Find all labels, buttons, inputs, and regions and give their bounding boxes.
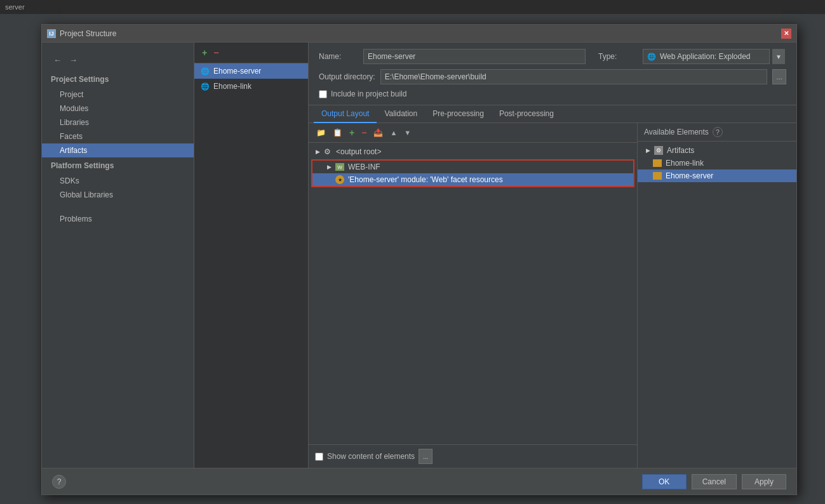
dialog-title-icon: IJ xyxy=(47,29,56,38)
artifact-ehome-server-icon: 🌐 xyxy=(201,67,210,76)
show-content-row: Show content of elements ... xyxy=(309,444,637,468)
sidebar-item-libraries[interactable]: Libraries xyxy=(42,116,194,129)
red-outline-selection: ▶ W WEB-INF ★ 'Ehome-server' module: 'We… xyxy=(311,159,634,187)
avail-ehome-server-label: Ehome-server xyxy=(666,171,713,180)
sidebar-item-global-libraries[interactable]: Global Libraries xyxy=(42,188,194,202)
artifact-list-item-ehome-link[interactable]: 🌐 Ehome-link xyxy=(194,79,308,94)
artifact-ehome-server-label: Ehome-server xyxy=(213,67,261,76)
sidebar-item-libraries-label: Libraries xyxy=(60,118,89,127)
avail-artifacts-label: Artifacts xyxy=(667,146,694,155)
dialog-footer: ? OK Cancel Apply xyxy=(42,468,796,494)
name-type-row: Name: Type: 🌐 Web Application: Exploded … xyxy=(319,49,786,64)
sidebar-item-sdks-label: SDKs xyxy=(60,176,79,185)
layout-properties-btn[interactable]: 📋 xyxy=(330,127,345,138)
layout-extract-btn[interactable]: 📤 xyxy=(371,127,386,138)
tab-post-processing[interactable]: Post-processing xyxy=(492,105,561,123)
ok-button[interactable]: OK xyxy=(642,474,687,489)
name-label: Name: xyxy=(319,52,351,61)
layout-remove-btn[interactable]: − xyxy=(359,126,369,139)
tree-resource-label: 'Ehome-server' module: 'Web' facet resou… xyxy=(348,175,503,184)
artifact-list-toolbar: + − xyxy=(194,43,308,63)
tab-output-layout[interactable]: Output Layout xyxy=(314,105,377,123)
show-content-checkbox[interactable] xyxy=(315,453,323,461)
include-in-build-checkbox[interactable] xyxy=(319,90,327,98)
ehome-link-folder-icon xyxy=(653,159,662,167)
tree-resource-item[interactable]: ★ 'Ehome-server' module: 'Web' facet res… xyxy=(312,173,633,186)
output-dir-label: Output directory: xyxy=(319,72,375,81)
dialog-body: ← → Project Settings Project Modules Lib… xyxy=(42,43,796,468)
layout-new-dir-btn[interactable]: 📁 xyxy=(314,127,328,138)
sidebar-back-btn[interactable]: ← xyxy=(51,54,64,66)
artifact-list-item-ehome-server[interactable]: 🌐 Ehome-server xyxy=(194,63,308,79)
avail-item-ehome-server[interactable]: Ehome-server xyxy=(638,169,796,182)
tree-output-root[interactable]: ▶ ⚙ <output root> xyxy=(309,145,637,158)
layout-down-btn[interactable]: ▼ xyxy=(401,128,413,138)
output-dir-input[interactable] xyxy=(380,69,767,84)
help-button[interactable]: ? xyxy=(52,475,66,489)
avail-item-ehome-link[interactable]: Ehome-link xyxy=(638,157,796,169)
sidebar-item-facets[interactable]: Facets xyxy=(42,129,194,143)
artifact-ehome-link-icon: 🌐 xyxy=(201,82,210,91)
available-elements-header: Available Elements ? xyxy=(638,123,796,142)
sidebar-item-project-label: Project xyxy=(60,90,83,99)
avail-ehome-link-label: Ehome-link xyxy=(666,159,704,168)
artifact-remove-btn[interactable]: − xyxy=(211,46,221,59)
artifact-list-panel: + − 🌐 Ehome-server 🌐 Ehome-link xyxy=(194,43,309,468)
available-elements-title: Available Elements xyxy=(644,128,709,136)
artifacts-expander-icon: ▶ xyxy=(644,147,652,154)
sidebar-item-artifacts[interactable]: Artifacts xyxy=(42,143,194,157)
sidebar-item-artifacts-label: Artifacts xyxy=(60,146,87,155)
available-elements-tree: ▶ ⚙ Artifacts Ehome-link Ehome-server xyxy=(638,142,796,468)
layout-add-btn[interactable]: + xyxy=(347,126,357,139)
output-dir-row: Output directory: … xyxy=(319,69,786,84)
sidebar-item-problems-label: Problems xyxy=(60,215,92,223)
sidebar-item-sdks[interactable]: SDKs xyxy=(42,174,194,188)
tree-webinf-label: WEB-INF xyxy=(348,162,380,171)
tab-pre-processing[interactable]: Pre-processing xyxy=(425,105,492,123)
sidebar-item-modules-label: Modules xyxy=(60,104,88,113)
apply-button[interactable]: Apply xyxy=(742,474,786,489)
main-content-panel: Name: Type: 🌐 Web Application: Exploded … xyxy=(309,43,796,468)
dialog-title: IJ Project Structure xyxy=(47,29,116,38)
content-area: 📁 📋 + − 📤 ▲ ▼ ▶ ⚙ <output root> xyxy=(309,123,796,468)
cancel-button[interactable]: Cancel xyxy=(692,474,737,489)
ehome-server-folder-icon xyxy=(653,172,662,180)
platform-settings-section: Platform Settings xyxy=(42,157,194,174)
dialog-titlebar: IJ Project Structure ✕ xyxy=(42,25,796,43)
show-content-options-btn[interactable]: ... xyxy=(419,449,433,464)
tree-root-label: <output root> xyxy=(336,147,381,156)
sidebar-toolbar: ← → xyxy=(42,49,194,71)
project-settings-section: Project Settings xyxy=(42,71,194,88)
include-in-build-label: Include in project build xyxy=(331,90,406,98)
gear-icon: ⚙ xyxy=(324,147,331,156)
type-select-box[interactable]: 🌐 Web Application: Exploded xyxy=(643,49,770,64)
layout-up-btn[interactable]: ▲ xyxy=(387,128,399,138)
artifact-items-list: 🌐 Ehome-server 🌐 Ehome-link xyxy=(194,63,308,468)
show-content-label: Show content of elements xyxy=(327,452,415,461)
sidebar-item-project[interactable]: Project xyxy=(42,88,194,102)
sidebar-item-modules[interactable]: Modules xyxy=(42,102,194,116)
sidebar-item-problems[interactable]: Problems xyxy=(42,212,194,226)
layout-tree: ▶ ⚙ <output root> ▶ W WEB-INF xyxy=(309,143,637,444)
tab-validation[interactable]: Validation xyxy=(377,105,425,123)
name-input[interactable] xyxy=(363,49,586,64)
output-layout-panel: 📁 📋 + − 📤 ▲ ▼ ▶ ⚙ <output root> xyxy=(309,123,638,468)
type-value: Web Application: Exploded xyxy=(660,52,751,61)
avail-item-artifacts[interactable]: ▶ ⚙ Artifacts xyxy=(638,144,796,157)
root-expander-icon: ▶ xyxy=(314,148,321,156)
sidebar-forward-btn[interactable]: → xyxy=(67,54,80,66)
available-elements-help-btn[interactable]: ? xyxy=(713,127,723,137)
artifact-add-btn[interactable]: + xyxy=(199,46,210,59)
output-dir-browse-btn[interactable]: … xyxy=(772,69,786,84)
type-dropdown-btn[interactable]: ▼ xyxy=(772,49,785,64)
tree-webinf[interactable]: ▶ W WEB-INF xyxy=(312,161,633,173)
layout-toolbar: 📁 📋 + − 📤 ▲ ▼ xyxy=(309,123,637,143)
artifact-ehome-link-label: Ehome-link xyxy=(213,82,252,91)
sidebar: ← → Project Settings Project Modules Lib… xyxy=(42,43,194,468)
type-container: 🌐 Web Application: Exploded ▼ xyxy=(643,49,785,64)
artifacts-icon: ⚙ xyxy=(654,146,663,155)
webinf-folder-icon: W xyxy=(335,163,344,171)
dialog-close-button[interactable]: ✕ xyxy=(781,29,791,39)
sidebar-item-facets-label: Facets xyxy=(60,132,83,141)
type-label: Type: xyxy=(598,52,630,61)
